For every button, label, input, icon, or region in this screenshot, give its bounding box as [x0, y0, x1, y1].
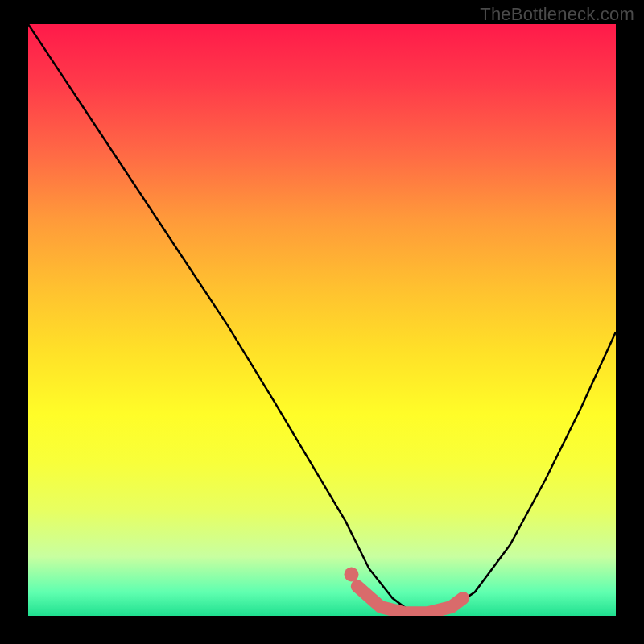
chart-frame: TheBottleneck.com	[0, 0, 644, 644]
chart-svg	[28, 24, 616, 616]
highlight-dot	[345, 568, 359, 582]
highlight-curve	[357, 586, 463, 613]
main-curve	[28, 24, 616, 616]
watermark-text: TheBottleneck.com	[480, 4, 634, 25]
plot-area	[28, 24, 616, 616]
